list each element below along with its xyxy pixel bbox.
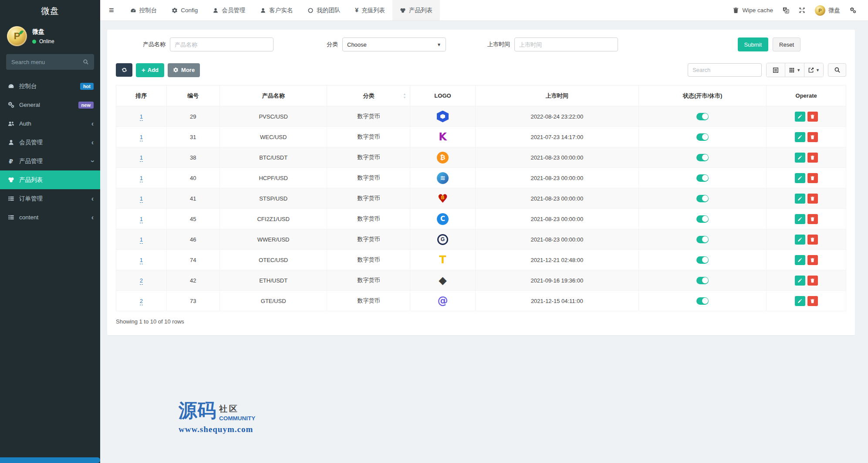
column-header-2: 产品名称: [220, 85, 327, 106]
delete-button[interactable]: [807, 276, 818, 286]
wipe-cache-button[interactable]: Wipe cache: [728, 0, 778, 20]
sidebar-item-2[interactable]: Auth‹: [0, 114, 100, 133]
edit-button[interactable]: [795, 235, 805, 245]
user-menu[interactable]: P 微盘: [810, 0, 845, 20]
sort-value-link[interactable]: 1: [140, 134, 143, 141]
sidebar-scrollbar[interactable]: [0, 457, 100, 463]
sort-value-link[interactable]: 2: [140, 277, 143, 285]
sort-value-link[interactable]: 1: [140, 113, 143, 121]
nav-tab-1[interactable]: Config: [164, 0, 205, 20]
user-icon: [7, 139, 15, 146]
submit-button[interactable]: Submit: [738, 37, 768, 51]
sidebar-item-6[interactable]: 订单管理‹: [0, 189, 100, 208]
navbar-right: Wipe cache P 微盘: [728, 0, 868, 20]
status-toggle[interactable]: [696, 154, 709, 161]
trash-icon: [733, 7, 739, 14]
watermark-en: COMMUNITY: [219, 415, 255, 422]
list-time-input[interactable]: [514, 37, 618, 51]
sort-value-link[interactable]: 1: [140, 154, 143, 162]
sidebar-item-label: 会员管理: [19, 139, 91, 146]
status-toggle[interactable]: [696, 133, 709, 141]
add-button[interactable]: +Add: [136, 63, 164, 77]
watermark-url: www.shequym.com: [179, 425, 255, 434]
status-toggle[interactable]: [696, 113, 709, 120]
column-header-3[interactable]: 分类▲▼: [327, 85, 410, 106]
columns-button[interactable]: ▼: [785, 63, 804, 77]
sort-value-link[interactable]: 1: [140, 216, 143, 223]
toolbar: +Add More ▼ ▼: [116, 63, 846, 77]
nav-tab-3[interactable]: 客户实名: [253, 0, 300, 20]
delete-button[interactable]: [807, 296, 818, 306]
pagination-info: Showing 1 to 10 of 10 rows: [116, 318, 846, 325]
delete-button[interactable]: [807, 235, 818, 245]
column-header-7: Operate: [767, 85, 846, 106]
edit-button[interactable]: [795, 132, 805, 142]
edit-button[interactable]: [795, 296, 805, 306]
sort-value-link[interactable]: 1: [140, 236, 143, 244]
watermark-logo: 源码 社区 COMMUNITY www.shequym.com: [179, 401, 255, 434]
product-name: BTC/USDT: [259, 154, 287, 161]
product-logo: K: [439, 132, 447, 142]
status-toggle[interactable]: [696, 277, 709, 284]
nav-tab-4[interactable]: 我的团队: [300, 0, 348, 20]
product-name: WWER/USD: [257, 236, 290, 243]
sidebar-item-label: content: [19, 214, 91, 221]
edit-button[interactable]: [795, 255, 805, 265]
table-row-8: 242ETH/USDT数字货币◆2021-09-16 19:36:00: [116, 270, 846, 291]
nav-tab-6[interactable]: 产品列表: [392, 0, 440, 20]
delete-button[interactable]: [807, 214, 818, 224]
sidebar-item-4[interactable]: ₽产品管理›: [0, 152, 100, 170]
delete-button[interactable]: [807, 255, 818, 265]
refresh-button[interactable]: [116, 63, 132, 77]
edit-button[interactable]: [795, 173, 805, 183]
reset-button[interactable]: Reset: [773, 37, 800, 51]
category-select[interactable]: Choose ▼: [342, 37, 446, 51]
more-button[interactable]: More: [168, 63, 200, 77]
delete-button[interactable]: [807, 153, 818, 163]
edit-button[interactable]: [795, 276, 805, 286]
product-id: 73: [190, 298, 196, 304]
product-name-input[interactable]: [170, 37, 274, 51]
status-toggle[interactable]: [696, 174, 709, 182]
delete-button[interactable]: [807, 173, 818, 183]
nav-tab-0[interactable]: 控制台: [123, 0, 165, 20]
sort-value-link[interactable]: 2: [140, 298, 143, 305]
delete-button[interactable]: [807, 132, 818, 142]
edit-button[interactable]: [795, 112, 805, 122]
nav-tab-2[interactable]: 会员管理: [205, 0, 253, 20]
hamburger-icon[interactable]: ≡: [100, 0, 123, 20]
product-logo: C: [437, 213, 449, 225]
edit-button[interactable]: [795, 194, 805, 204]
edit-button[interactable]: [795, 214, 805, 224]
sidebar-search-input[interactable]: [11, 59, 77, 65]
sidebar-item-0[interactable]: 控制台hot: [0, 77, 100, 95]
status-toggle[interactable]: [696, 297, 709, 305]
status-toggle[interactable]: [696, 195, 709, 202]
settings-button[interactable]: [845, 0, 861, 20]
export-button[interactable]: ▼: [804, 63, 823, 77]
status-toggle[interactable]: [696, 215, 709, 223]
sidebar-item-1[interactable]: Generalnew: [0, 95, 100, 114]
delete-button[interactable]: [807, 194, 818, 204]
table-search-input[interactable]: [688, 63, 762, 77]
translate-button[interactable]: [778, 0, 794, 20]
search-icon[interactable]: [83, 59, 89, 65]
detail-view-button[interactable]: [767, 63, 785, 77]
status-toggle[interactable]: [696, 256, 709, 264]
product-id: 46: [190, 236, 196, 243]
status-toggle[interactable]: [696, 236, 709, 243]
sidebar-item-7[interactable]: content‹: [0, 208, 100, 227]
gear-icon: [172, 7, 178, 14]
sidebar-item-3[interactable]: 会员管理‹: [0, 133, 100, 152]
search-button[interactable]: [828, 63, 846, 77]
yen-icon: ¥: [355, 7, 358, 14]
fullscreen-button[interactable]: [794, 0, 810, 20]
sort-value-link[interactable]: 1: [140, 195, 143, 203]
sidebar-item-5[interactable]: 产品列表: [0, 170, 100, 189]
sort-value-link[interactable]: 1: [140, 175, 143, 182]
nav-tab-5[interactable]: ¥充值列表: [348, 0, 392, 20]
list-time: 2021-08-23 00:00:00: [530, 175, 583, 181]
delete-button[interactable]: [807, 112, 818, 122]
sort-value-link[interactable]: 1: [140, 257, 143, 264]
edit-button[interactable]: [795, 153, 805, 163]
